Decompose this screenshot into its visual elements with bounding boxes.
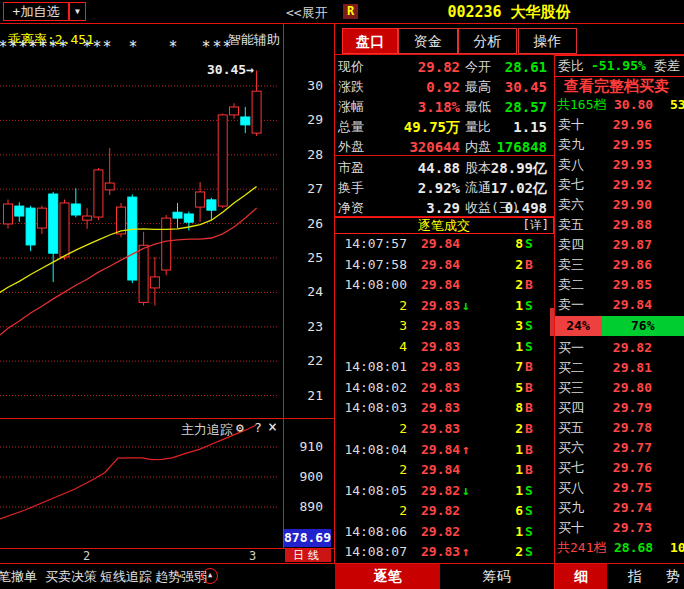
gear-icon[interactable]: ⚙ [236, 420, 244, 435]
subchart-axis-label: 900 [283, 469, 323, 485]
tick-price: 29.82 [421, 501, 460, 522]
tick-side: B [525, 440, 533, 461]
tab-细[interactable]: 细 [555, 564, 607, 589]
bottom-tool-2[interactable]: 买卖决策 [45, 564, 97, 589]
quote-value: 3.18% [370, 97, 460, 117]
tick-row: 14:08:0329.838B [334, 398, 554, 419]
view-full-book-link[interactable]: 查看完整档买卖 [554, 77, 684, 95]
close-icon[interactable]: × [268, 418, 277, 436]
quote-value: 0.92 [370, 77, 460, 97]
tick-side: B [525, 255, 533, 276]
tick-row: 14:08:0029.842B [334, 275, 554, 296]
price-axis-label: 25 [283, 250, 323, 266]
sell-level: 卖十29.96 [554, 115, 684, 135]
period-selector[interactable]: 日线 [285, 549, 331, 562]
date-axis-label: 2 [83, 549, 90, 563]
tab-逐笔[interactable]: 逐笔 [335, 564, 440, 589]
tick-list-header: 逐笔成交 [详] [334, 217, 554, 234]
quote-label: 涨跌 [338, 77, 364, 97]
price-axis-label: 27 [283, 181, 323, 197]
svg-text:*: * [222, 38, 231, 56]
tick-row: 14:08:0129.837B [334, 357, 554, 378]
tick-time: 14:08:02 [334, 378, 407, 399]
sell-level-price: 29.92 [606, 175, 652, 195]
sell-level: 卖一29.84 [554, 295, 684, 315]
bottom-tool-3[interactable]: 短线追踪 [100, 564, 152, 589]
divider [334, 24, 335, 563]
quote-tabbar: 盘口资金分析操作 [334, 28, 684, 54]
tick-detail-link[interactable]: [详] [523, 218, 549, 233]
buy-sell-ratio-bar: 24% 76% [554, 316, 684, 336]
add-watchlist-button[interactable]: +加自选 [3, 2, 69, 21]
trading-app-window: +加自选 ▼ <<展开 002236 大华股份 R 乖离率:2.451 智能辅助… [0, 0, 684, 589]
quote-row: 现价29.82今开28.61 [334, 57, 554, 77]
buy-level-label: 买五 [558, 418, 584, 438]
sell-level-price: 29.93 [606, 155, 652, 175]
sell-level-label: 卖十 [558, 115, 584, 135]
buy-level-price: 29.77 [606, 438, 652, 458]
divider [0, 548, 334, 549]
tick-price: 29.83 [421, 542, 460, 563]
bottom-tool-4[interactable]: 趋势强弱 [155, 564, 207, 589]
price-axis-label: 30 [283, 78, 323, 94]
quote-row: 净资3.29收益(三)0.498 [334, 198, 554, 218]
tick-time: 2 [334, 460, 407, 481]
buy-level: 买一29.82 [554, 338, 684, 358]
buy-level: 买十29.73 [554, 518, 684, 538]
quote-value: 30.45 [480, 77, 547, 97]
tick-row: 429.831S [334, 337, 554, 358]
sell-level: 卖八29.93 [554, 155, 684, 175]
buy-level-price: 29.75 [606, 478, 652, 498]
svg-text:*: * [92, 38, 101, 56]
svg-text:*: * [102, 38, 111, 56]
price-axis-label: 29 [283, 112, 323, 128]
buy-level-price: 29.79 [606, 398, 652, 418]
tab-势[interactable]: 势 [662, 564, 684, 589]
svg-text:*: * [58, 38, 67, 56]
tab-分析[interactable]: 分析 [458, 28, 517, 54]
buy-level: 买三29.80 [554, 378, 684, 398]
tick-time: 2 [334, 419, 407, 440]
tab-资金[interactable]: 资金 [398, 28, 458, 54]
quote-label: 净资 [338, 198, 364, 218]
tick-side: S [525, 316, 533, 337]
divider [0, 23, 684, 24]
price-axis-label: 21 [283, 388, 323, 404]
tick-price: 29.82 [421, 481, 460, 502]
quote-value: 28.99亿 [480, 158, 547, 178]
tick-time: 14:08:06 [334, 522, 407, 543]
sell-level: 卖六29.90 [554, 195, 684, 215]
tick-time: 14:08:05 [334, 481, 407, 502]
bottom-tool-1[interactable]: 笔撤单 [0, 564, 37, 589]
watchlist-dropdown-button[interactable]: ▼ [69, 2, 86, 21]
tick-price: 29.82 [421, 522, 460, 543]
tab-筹码[interactable]: 筹码 [441, 564, 552, 589]
weibi-label: 委比 [558, 56, 584, 76]
tick-time: 4 [334, 337, 407, 358]
sell-summary-extra: 53 [670, 95, 684, 115]
tick-time: 2 [334, 501, 407, 522]
tab-盘口[interactable]: 盘口 [342, 28, 398, 54]
tick-price: 29.83 [421, 378, 460, 399]
tick-row: 14:08:0629.821S [334, 522, 554, 543]
weibi-value: -51.95% [591, 56, 646, 76]
subchart-line[interactable] [0, 419, 283, 548]
tab-操作[interactable]: 操作 [518, 28, 577, 54]
tab-指[interactable]: 指 [608, 564, 661, 589]
sell-level: 卖三29.86 [554, 255, 684, 275]
buy-level-label: 买七 [558, 458, 584, 478]
quote-label: 市盈 [338, 158, 364, 178]
tick-list: 14:07:5729.848S14:07:5829.842B14:08:0029… [334, 234, 554, 563]
candlestick-chart[interactable]: ***************30.45→ [0, 24, 283, 418]
tick-volume: 1 [484, 460, 523, 481]
buy-level-label: 买二 [558, 358, 584, 378]
tick-side: B [525, 419, 533, 440]
tick-time: 14:08:07 [334, 542, 407, 563]
tick-row: 229.83↓1S [334, 296, 554, 317]
collapse-panel-button[interactable]: <<展开 [286, 4, 328, 22]
sell-level-price: 29.85 [606, 275, 652, 295]
expand-up-button[interactable]: ▲ [202, 568, 218, 584]
tick-row: 14:08:0229.835B [334, 378, 554, 399]
tick-volume: 2 [484, 255, 523, 276]
help-icon[interactable]: ? [254, 420, 262, 435]
